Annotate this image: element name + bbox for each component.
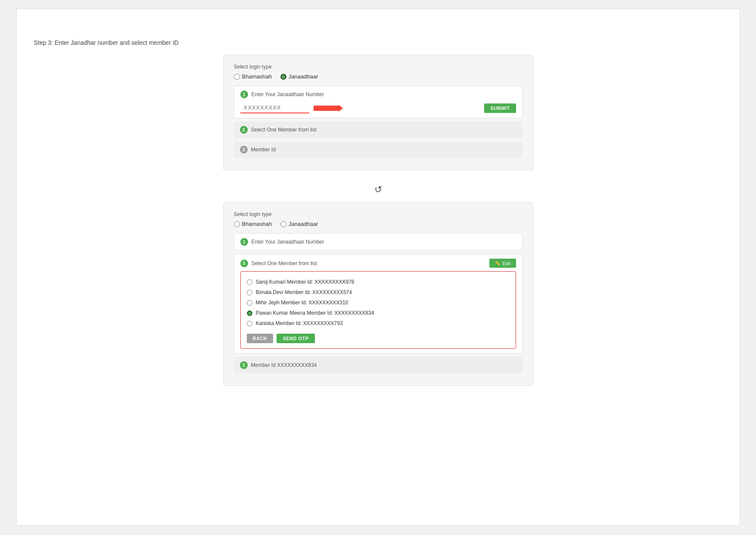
member-item[interactable]: Mihir Jeph Member Id: XXXXXXXXX310 [247, 297, 510, 308]
login-type-label-2: Select login type [234, 211, 523, 217]
section-header-1: 1 Enter Your Janaadhaar Number [240, 91, 516, 98]
janadhar-input[interactable] [240, 103, 309, 113]
section-header-2-3: 3 Member Id XXXXXXXXX834 [240, 361, 516, 369]
radio-bhamashah-1[interactable]: Bhamashah [234, 73, 272, 80]
member-radio-2[interactable] [247, 300, 252, 306]
section-header-2-2: 2 Select One Member from list [240, 260, 317, 267]
radio-bhamashah-input-1[interactable] [234, 74, 240, 80]
section2-label-2: Select One Member from list [252, 260, 317, 266]
section-header-2-1: 1 Enter Your Janaadhaar Number [240, 238, 516, 246]
badge-2-2: 2 [240, 260, 248, 267]
section-select-member-1: 2 Select One Member from list [234, 122, 523, 138]
send-otp-button[interactable]: SEND OTP [277, 334, 314, 343]
member-list-container: Saroj Kumari Member Id: XXXXXXXXX978Bima… [247, 277, 510, 329]
section2-label: Select One Member from list [251, 127, 317, 133]
section1-label-2: Enter Your Janaadhaar Number [252, 239, 324, 245]
badge-2-1: 1 [240, 238, 248, 246]
section-header-row-2: 2 Select One Member from list ✏️ Edit [240, 259, 516, 268]
member-list: Saroj Kumari Member Id: XXXXXXXXX978Bima… [240, 271, 516, 349]
radio-bhamashah-2[interactable]: Bhamashah [234, 221, 272, 227]
outer-container: Step 3: Enter Janadhar number and select… [16, 9, 740, 526]
radio-group-2: Bhamashah Janaadhaar [234, 221, 523, 227]
edit-button[interactable]: ✏️ Edit [489, 259, 516, 268]
section-header-3: 3 Member Id [240, 146, 516, 153]
section3-label-2: Member Id XXXXXXXXX834 [251, 362, 317, 368]
radio-janaadhaar-2[interactable]: Janaadhaar [280, 221, 318, 227]
section-member-id-2: 3 Member Id XXXXXXXXX834 [234, 357, 523, 373]
section3-label: Member Id [251, 147, 276, 153]
member-label-1: Bimala Devi Member Id: XXXXXXXXX574 [256, 289, 352, 295]
member-label-0: Saroj Kumari Member Id: XXXXXXXXX978 [256, 279, 355, 285]
member-item[interactable]: Pawan Kumar Meena Member Id: XXXXXXXXX83… [247, 308, 510, 318]
radio-janaadhaar-input-1[interactable] [280, 74, 286, 80]
radio-group-1: Bhamashah Janaadhaar [234, 73, 523, 80]
badge-1: 1 [240, 91, 248, 98]
member-item[interactable]: Bimala Devi Member Id: XXXXXXXXX574 [247, 287, 510, 297]
step-title: Step 3: Enter Janadhar number and select… [34, 39, 722, 46]
radio-janaadhaar-input-2[interactable] [280, 221, 286, 227]
section-header-2: 2 Select One Member from list [240, 126, 516, 134]
card-bottom: Select login type Bhamashah Janaadhaar 1… [223, 202, 533, 386]
edit-icon: ✏️ [495, 260, 501, 266]
back-button[interactable]: BACK [247, 334, 274, 343]
section-select-member-2: 2 Select One Member from list ✏️ Edit Sa… [234, 254, 523, 354]
submit-button[interactable]: SUBMIT [484, 103, 516, 113]
member-label-2: Mihir Jeph Member Id: XXXXXXXXX310 [256, 300, 348, 306]
member-buttons: BACK SEND OTP [247, 334, 510, 343]
arrow-down: ↺ [34, 177, 722, 202]
radio-janaadhaar-1[interactable]: Janaadhaar [280, 73, 318, 80]
login-type-label-1: Select login type [234, 64, 523, 70]
badge-2-3: 3 [240, 361, 248, 369]
member-radio-1[interactable] [247, 290, 252, 295]
radio-bhamashah-input-2[interactable] [234, 221, 240, 227]
member-label-4: Kaniska Member Id: XXXXXXXXX793 [256, 320, 343, 326]
section-enter-number-1: 1 Enter Your Janaadhaar Number SUBMIT [234, 86, 523, 118]
arrow-indicator [314, 106, 339, 111]
member-label-3: Pawan Kumar Meena Member Id: XXXXXXXXX83… [256, 310, 374, 316]
badge-2: 2 [240, 126, 248, 134]
badge-3: 3 [240, 146, 248, 153]
member-item[interactable]: Kaniska Member Id: XXXXXXXXX793 [247, 318, 510, 329]
section-enter-number-2: 1 Enter Your Janaadhaar Number [234, 233, 523, 250]
member-radio-4[interactable] [247, 321, 252, 326]
section1-label: Enter Your Janaadhaar Number [252, 91, 324, 97]
member-radio-3[interactable] [247, 310, 252, 316]
member-radio-0[interactable] [247, 279, 252, 285]
member-item[interactable]: Saroj Kumari Member Id: XXXXXXXXX978 [247, 277, 510, 287]
section-member-id-1: 3 Member Id [234, 141, 523, 158]
card-top: Select login type Bhamashah Janaadhaar 1… [223, 55, 533, 170]
input-row: SUBMIT [240, 103, 516, 113]
